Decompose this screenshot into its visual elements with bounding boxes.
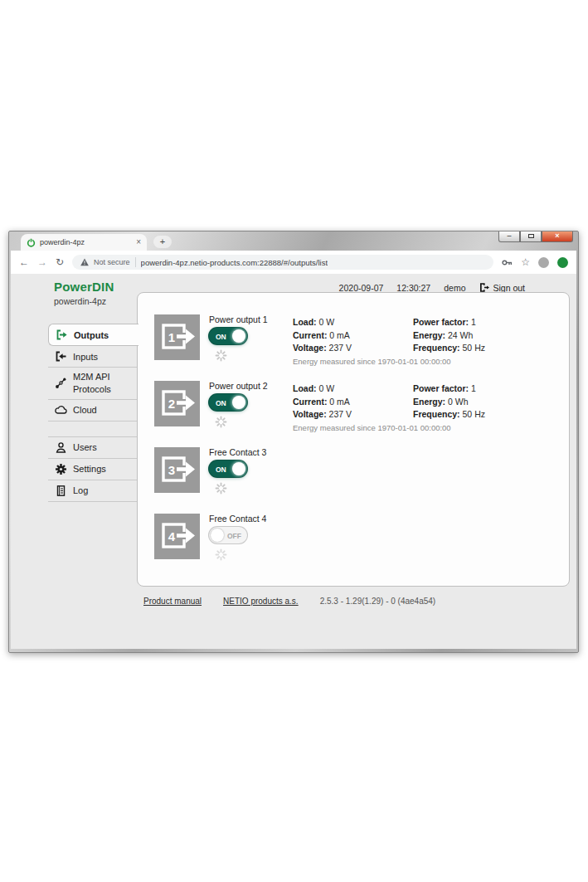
stat-line: Frequency: 50 Hz (413, 408, 485, 422)
svg-text:3: 3 (168, 463, 175, 477)
sync-spinner-icon (215, 482, 227, 495)
logged-user: demo (444, 283, 465, 293)
close-button[interactable]: × (542, 231, 573, 242)
cloud-icon (54, 404, 67, 417)
url-text: powerdin-4pz.netio-products.com:22888/#/… (141, 258, 328, 267)
maximize-icon (528, 234, 534, 238)
browser-tab[interactable]: powerdin-4pz × (21, 234, 147, 251)
new-tab-button[interactable]: + (153, 236, 172, 248)
netio-products-link[interactable]: NETIO products a.s. (223, 597, 299, 606)
output-1-toggle[interactable]: ON (209, 328, 247, 344)
sidebar-item-label: Log (73, 485, 88, 495)
stat-line: Frequency: 50 Hz (413, 342, 485, 355)
sidebar-item-users[interactable]: Users (48, 437, 137, 459)
stats-right: Power factor: 1 Energy: 0 Wh Frequency: … (413, 383, 485, 422)
output-3-toggle[interactable]: ON (209, 460, 247, 477)
sidebar-item-outputs[interactable]: Outputs (48, 324, 138, 346)
status-time: 12:30:27 (396, 283, 430, 293)
back-icon[interactable]: ← (19, 257, 29, 267)
sidebar-item-settings[interactable]: Settings (48, 459, 137, 480)
output-row: 4 Free Contact 4 OFF (154, 514, 554, 577)
status-date: 2020-09-07 (339, 283, 384, 293)
output-controls: Free Contact 4 OFF (209, 514, 292, 564)
address-bar[interactable]: Not secure powerdin-4pz.netio-products.c… (72, 255, 493, 270)
sidebar-item-label: M2M API Protocols (73, 371, 121, 396)
key-icon[interactable] (502, 257, 513, 268)
svg-text:1: 1 (168, 330, 175, 344)
sidebar-item-label: Cloud (73, 405, 97, 415)
extension-icon[interactable] (538, 257, 549, 268)
stat-line: Power factor: 1 (413, 383, 485, 396)
chrome-update-icon[interactable] (557, 257, 568, 268)
energy-note: Energy measured since 1970-01-01 00:00:0… (293, 357, 451, 366)
sidebar-item-label: Users (73, 442, 97, 452)
browser-window: powerdin-4pz × + – × ← → ↻ Not secure po… (8, 231, 579, 653)
output-name: Power output 2 (209, 381, 292, 391)
reload-icon[interactable]: ↻ (56, 257, 64, 267)
toggle-knob (232, 462, 245, 475)
sync-spinner-icon (215, 349, 227, 362)
output-row: 1 Power output 1 ON (154, 314, 554, 378)
stat-line: Load: 0 W (293, 383, 352, 396)
sidebar-item-log[interactable]: Log (48, 480, 137, 502)
tab-title: powerdin-4pz (40, 238, 132, 246)
page-title: PowerDIN (54, 280, 114, 294)
output-controls: Power output 2 ON (209, 381, 292, 431)
output-row: 3 Free Contact 3 ON (154, 447, 554, 510)
output-controls: Power output 1 ON (209, 314, 292, 365)
url-divider (135, 257, 136, 267)
input-arrow-icon (54, 350, 67, 363)
toggle-state-label: ON (216, 333, 226, 341)
toggle-state-label: OFF (227, 532, 241, 540)
output-arrow-icon (55, 329, 68, 341)
product-manual-link[interactable]: Product manual (143, 597, 202, 606)
stat-line: Current: 0 mA (293, 329, 352, 343)
svg-text:4: 4 (168, 529, 176, 543)
stats-right: Power factor: 1 Energy: 24 Wh Frequency:… (413, 316, 485, 355)
energy-note: Energy measured since 1970-01-01 00:00:0… (293, 423, 451, 432)
stats-left: Load: 0 W Current: 0 mA Voltage: 237 V (293, 316, 352, 355)
toggle-knob (232, 329, 245, 343)
minimize-button[interactable]: – (498, 231, 520, 242)
stat-line: Energy: 0 Wh (413, 396, 485, 409)
browser-titlebar: powerdin-4pz × + – × (11, 231, 576, 251)
sign-out-link[interactable]: Sign out (493, 283, 525, 293)
stat-line: Energy: 24 Wh (413, 329, 485, 343)
user-icon (54, 441, 67, 454)
not-secure-warning-icon (80, 258, 89, 266)
sync-spinner-icon (215, 548, 227, 561)
output-3-tile-icon: 3 (154, 447, 200, 493)
browser-urlbar: ← → ↻ Not secure powerdin-4pz.netio-prod… (11, 251, 576, 274)
power-favicon-icon (27, 238, 36, 247)
stats-left: Load: 0 W Current: 0 mA Voltage: 237 V (293, 383, 352, 422)
sidebar-item-cloud[interactable]: Cloud (48, 400, 137, 422)
output-row: 2 Power output 2 ON (154, 381, 554, 444)
tab-close-icon[interactable]: × (136, 238, 141, 246)
log-icon (54, 485, 67, 497)
outputs-panel: 1 Power output 1 ON (137, 292, 570, 587)
sidebar-item-m2m-api-protocols[interactable]: M2M API Protocols (48, 368, 137, 400)
gear-icon (54, 463, 67, 475)
security-label: Not secure (94, 258, 130, 266)
forward-icon[interactable]: → (37, 257, 47, 267)
sidebar-item-label: Outputs (74, 330, 109, 340)
stat-line: Load: 0 W (293, 316, 352, 329)
sidebar-item-inputs[interactable]: Inputs (48, 346, 137, 368)
output-controls: Free Contact 3 ON (209, 447, 292, 498)
sidebar-separator (48, 422, 137, 437)
toggle-knob (211, 529, 224, 542)
stat-line: Voltage: 237 V (293, 342, 352, 355)
bookmark-star-icon[interactable]: ☆ (521, 256, 530, 268)
sidebar: Outputs Inputs (48, 324, 137, 502)
app-title-block: PowerDIN powerdin-4pz (54, 280, 114, 306)
output-1-tile-icon: 1 (154, 314, 200, 360)
page-content: PowerDIN powerdin-4pz 2020-09-07 12:30:2… (11, 274, 576, 649)
output-4-tile-icon: 4 (154, 514, 200, 559)
stat-line: Voltage: 237 V (293, 408, 352, 422)
toggle-state-label: ON (216, 465, 226, 474)
output-2-toggle[interactable]: ON (209, 394, 247, 411)
output-4-toggle[interactable]: OFF (209, 527, 247, 543)
stat-line: Current: 0 mA (293, 396, 352, 409)
output-name: Free Contact 4 (209, 514, 292, 524)
maximize-button[interactable] (520, 231, 542, 242)
